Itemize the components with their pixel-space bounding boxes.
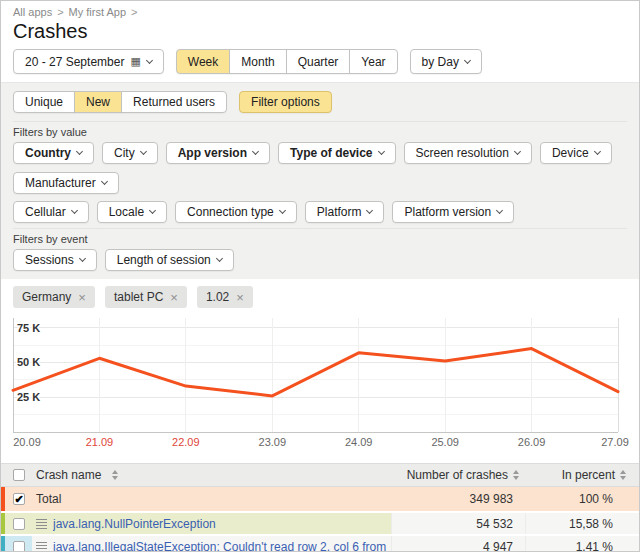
filters-event-row: SessionsLength of session bbox=[13, 249, 627, 271]
date-range-button[interactable]: 20 - 27 September ▦ bbox=[13, 49, 164, 74]
crash-name-cell: java.lang.IllegalStateException: Couldn'… bbox=[32, 536, 391, 552]
crash-percent: 15,58 % bbox=[525, 513, 640, 534]
filter-button-label: Screen resolution bbox=[416, 146, 509, 160]
column-header-crash-name[interactable]: Crash name bbox=[32, 464, 391, 486]
svg-text:75 K: 75 K bbox=[17, 322, 40, 334]
filter-button-label: App version bbox=[178, 146, 247, 160]
crash-table: Crash nameNumber of crashesIn percent✔To… bbox=[1, 463, 639, 552]
svg-text:23.09: 23.09 bbox=[259, 436, 287, 448]
chevron-down-icon bbox=[514, 148, 521, 155]
row-checkbox[interactable] bbox=[13, 541, 25, 552]
period-tab-year[interactable]: Year bbox=[349, 49, 397, 74]
filter-button-platform[interactable]: Platform bbox=[305, 201, 385, 223]
period-tab-week[interactable]: Week bbox=[176, 49, 230, 74]
audience-tab-unique[interactable]: Unique bbox=[13, 91, 75, 113]
svg-text:50 K: 50 K bbox=[17, 356, 40, 368]
group-by-label: by Day bbox=[422, 55, 459, 69]
filter-button-connection-type[interactable]: Connection type bbox=[175, 201, 297, 223]
audience-tab-returned-users[interactable]: Returned users bbox=[121, 91, 227, 113]
svg-text:25 K: 25 K bbox=[17, 391, 40, 403]
filters-value-row-1: CountryCityApp versionType of deviceScre… bbox=[13, 142, 627, 194]
remove-chip-icon[interactable]: × bbox=[170, 291, 178, 304]
crash-details-icon[interactable] bbox=[36, 542, 47, 552]
period-tab-quarter[interactable]: Quarter bbox=[286, 49, 351, 74]
filter-chip-label: 1.02 bbox=[206, 290, 229, 304]
filter-button-device[interactable]: Device bbox=[540, 142, 612, 164]
chevron-down-icon bbox=[71, 207, 78, 214]
group-by-button[interactable]: by Day bbox=[410, 49, 482, 74]
svg-text:20.09: 20.09 bbox=[13, 436, 41, 448]
crash-details-icon[interactable] bbox=[36, 519, 47, 529]
crash-table-header: Crash nameNumber of crashesIn percent bbox=[1, 463, 639, 487]
crashes-count: 4 947 bbox=[391, 536, 525, 552]
chevron-down-icon bbox=[464, 56, 471, 63]
period-tab-month[interactable]: Month bbox=[229, 49, 286, 74]
chevron-down-icon bbox=[377, 148, 384, 155]
remove-chip-icon[interactable]: × bbox=[78, 291, 86, 304]
sort-down-icon bbox=[112, 476, 118, 480]
filter-button-type-of-device[interactable]: Type of device bbox=[278, 142, 395, 164]
filter-button-label: City bbox=[114, 146, 135, 160]
breadcrumb-link[interactable]: All apps bbox=[13, 6, 52, 18]
row-checkbox-cell: ✔ bbox=[5, 487, 32, 511]
filter-button-length-of-session[interactable]: Length of session bbox=[105, 249, 234, 271]
crash-name-link[interactable]: java.lang.NullPointerException bbox=[53, 517, 216, 531]
filter-chip-label: Germany bbox=[22, 290, 71, 304]
chevron-down-icon bbox=[79, 255, 86, 262]
filter-button-screen-resolution[interactable]: Screen resolution bbox=[404, 142, 532, 164]
filter-button-country[interactable]: Country bbox=[13, 142, 94, 164]
crash-name-cell: java.lang.NullPointerException bbox=[32, 513, 391, 534]
column-header-label: Number of crashes bbox=[407, 468, 508, 482]
filter-button-locale[interactable]: Locale bbox=[97, 201, 167, 223]
filter-options-button[interactable]: Filter options bbox=[239, 91, 332, 113]
crash-name-link[interactable]: java.lang.IllegalStateException: Couldn'… bbox=[53, 540, 386, 552]
chevron-down-icon bbox=[149, 207, 156, 214]
row-checkbox[interactable] bbox=[13, 469, 25, 481]
sort-icon bbox=[513, 470, 519, 480]
row-checkbox[interactable]: ✔ bbox=[13, 493, 25, 505]
filters-by-value-section: Filters by value CountryCityApp versionT… bbox=[13, 121, 627, 223]
breadcrumb-separator-icon: > bbox=[131, 6, 137, 18]
svg-text:24.09: 24.09 bbox=[345, 436, 373, 448]
filter-button-cellular[interactable]: Cellular bbox=[13, 201, 89, 223]
row-checkbox[interactable] bbox=[13, 518, 25, 530]
calendar-icon: ▦ bbox=[130, 56, 140, 67]
column-header-in-percent[interactable]: In percent bbox=[525, 464, 640, 486]
crash-percent: 1,41 % bbox=[525, 536, 640, 552]
filter-button-platform-version[interactable]: Platform version bbox=[392, 201, 514, 223]
filters-value-row-2: CellularLocaleConnection typePlatformPla… bbox=[13, 201, 627, 223]
header-checkbox-cell bbox=[5, 464, 32, 486]
chevron-down-icon bbox=[216, 255, 223, 262]
svg-text:25.09: 25.09 bbox=[431, 436, 459, 448]
audience-tab-new[interactable]: New bbox=[74, 91, 122, 113]
sort-up-icon bbox=[513, 470, 519, 474]
table-row: java.lang.NullPointerException54 53215,5… bbox=[1, 513, 639, 534]
filter-button-city[interactable]: City bbox=[102, 142, 158, 164]
filter-button-label: Platform bbox=[317, 205, 362, 219]
sort-down-icon bbox=[620, 476, 626, 480]
filter-button-manufacturer[interactable]: Manufacturer bbox=[13, 172, 119, 194]
table-row-total: ✔Total349 983100 % bbox=[1, 487, 639, 511]
crashes-count: 349 983 bbox=[391, 487, 525, 511]
filter-button-sessions[interactable]: Sessions bbox=[13, 249, 97, 271]
filter-button-label: Length of session bbox=[117, 253, 211, 267]
filters-by-value-label: Filters by value bbox=[13, 126, 627, 138]
row-checkbox-cell bbox=[5, 513, 32, 534]
chevron-down-icon bbox=[146, 56, 153, 63]
filter-chip: tablet PC× bbox=[105, 286, 187, 308]
sort-icon bbox=[112, 470, 118, 480]
filter-panel: UniqueNewReturned users Filter options F… bbox=[1, 82, 639, 279]
active-filter-chips: Germany×tablet PC×1.02× bbox=[1, 279, 639, 315]
filter-chip: 1.02× bbox=[197, 286, 253, 308]
column-header-label: In percent bbox=[562, 468, 615, 482]
audience-tabs: UniqueNewReturned users bbox=[13, 91, 227, 113]
filter-button-app-version[interactable]: App version bbox=[166, 142, 270, 164]
remove-chip-icon[interactable]: × bbox=[236, 291, 244, 304]
breadcrumb-link[interactable]: My first App bbox=[69, 6, 126, 18]
crashes-page: All apps>My first App> Crashes 20 - 27 S… bbox=[0, 0, 640, 552]
audience-row: UniqueNewReturned users Filter options bbox=[13, 91, 627, 113]
svg-text:27.09: 27.09 bbox=[601, 436, 629, 448]
column-header-number-of-crashes[interactable]: Number of crashes bbox=[391, 464, 525, 486]
chevron-down-icon bbox=[140, 148, 147, 155]
chevron-down-icon bbox=[101, 178, 108, 185]
